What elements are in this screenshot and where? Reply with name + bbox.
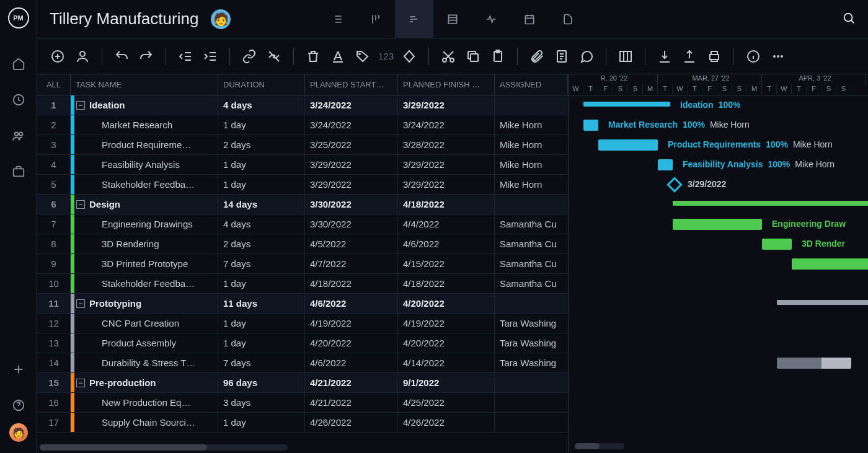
gantt-bar[interactable] (583, 102, 670, 107)
tag-button[interactable] (353, 47, 372, 66)
paste-button[interactable] (489, 47, 507, 66)
board-view-tab[interactable] (356, 0, 395, 38)
table-row[interactable]: 83D Rendering2 days4/5/20224/6/2022Saman… (37, 234, 568, 254)
table-row[interactable]: 16New Production Eq…3 days4/21/20224/25/… (37, 393, 568, 413)
grid-scrollbar[interactable] (40, 444, 288, 451)
import-button[interactable] (655, 47, 674, 66)
gantt-bar[interactable] (792, 258, 868, 270)
unlink-button[interactable] (265, 47, 283, 66)
view-tabs (318, 0, 587, 38)
app-logo[interactable]: PM (8, 7, 29, 29)
attach-button[interactable] (528, 47, 546, 66)
left-rail: PM 🧑 (0, 0, 37, 453)
comment-button[interactable] (577, 47, 596, 66)
col-assigned[interactable]: ASSIGNED (495, 74, 568, 95)
portfolio-icon[interactable] (0, 154, 37, 190)
table-row[interactable]: 12CNC Part Creation1 day4/19/20224/19/20… (37, 314, 568, 333)
home-icon[interactable] (0, 46, 37, 82)
gantt-bar[interactable] (598, 139, 658, 151)
recent-icon[interactable] (0, 82, 37, 118)
gantt-bar[interactable] (583, 120, 598, 131)
gantt-chart: R, 20 '22MAR, 27 '22APR, 3 '22 WTFSSMTWT… (569, 74, 868, 453)
svg-point-10 (359, 53, 360, 55)
svg-rect-17 (620, 51, 631, 61)
collapse-icon[interactable]: − (76, 101, 85, 110)
gantt-timeline-header: R, 20 '22MAR, 27 '22APR, 3 '22 WTFSSMTWT… (569, 74, 868, 95)
gantt-scrollbar[interactable] (575, 443, 624, 449)
number-placeholder: 123 (378, 51, 394, 61)
table-row[interactable]: 15−Pre-production96 days4/21/20229/1/202… (37, 373, 568, 393)
table-row[interactable]: 4Feasibility Analysis1 day3/29/20223/29/… (37, 155, 568, 175)
gantt-bar[interactable] (762, 239, 792, 250)
calendar-view-tab[interactable] (510, 0, 549, 38)
gantt-bar-label: Engineering Draw (772, 219, 846, 229)
table-row[interactable]: 11−Prototyping11 days4/6/20224/20/2022 (37, 294, 568, 314)
add-icon[interactable] (0, 351, 37, 387)
delete-button[interactable] (304, 47, 322, 66)
text-style-button[interactable] (329, 47, 347, 66)
info-button[interactable] (744, 47, 763, 66)
more-button[interactable] (769, 47, 787, 66)
gantt-bar[interactable] (777, 300, 868, 305)
col-finish[interactable]: PLANNED FINISH … (398, 74, 495, 95)
help-icon[interactable] (0, 387, 37, 423)
svg-rect-6 (525, 15, 533, 24)
gantt-bar[interactable] (658, 159, 673, 170)
list-view-tab[interactable] (318, 0, 356, 38)
gantt-bar[interactable] (673, 201, 868, 206)
print-button[interactable] (705, 47, 724, 66)
outdent-button[interactable] (176, 47, 195, 66)
gantt-bar-label: 3D Render (802, 239, 845, 248)
svg-rect-3 (13, 169, 24, 176)
files-view-tab[interactable] (549, 0, 587, 38)
table-row[interactable]: 3Product Requireme…2 days3/25/20223/28/2… (37, 135, 568, 155)
gantt-bar-label: Ideation100% (680, 100, 740, 110)
table-row[interactable]: 1−Ideation4 days3/24/20223/29/2022 (37, 95, 568, 115)
svg-point-21 (777, 55, 779, 58)
cut-button[interactable] (439, 47, 458, 66)
project-owner-avatar[interactable]: 🧑 (211, 9, 231, 29)
copy-button[interactable] (464, 47, 482, 66)
collapse-icon[interactable]: − (76, 299, 85, 308)
gantt-bar[interactable] (673, 219, 762, 230)
col-name[interactable]: TASK NAME (71, 74, 218, 95)
col-duration[interactable]: DURATION (218, 74, 305, 95)
table-row[interactable]: 17Supply Chain Sourci…1 day4/26/20224/26… (37, 413, 568, 433)
table-row[interactable]: 6−Design14 days3/30/20224/18/2022 (37, 195, 568, 214)
redo-button[interactable] (137, 47, 156, 66)
milestone-button[interactable] (400, 47, 418, 66)
col-start[interactable]: PLANNED START… (305, 74, 398, 95)
sheet-view-tab[interactable] (433, 0, 472, 38)
project-title: Tillery Manufacturing (50, 9, 198, 29)
gantt-bar[interactable] (777, 358, 851, 369)
dashboard-view-tab[interactable] (472, 0, 510, 38)
top-bar: Tillery Manufacturing 🧑 (37, 0, 868, 38)
search-icon[interactable] (842, 11, 856, 27)
table-row[interactable]: 13Product Assembly1 day4/20/20224/20/202… (37, 333, 568, 353)
user-avatar[interactable]: 🧑 (9, 423, 28, 442)
notes-button[interactable] (552, 47, 571, 66)
columns-button[interactable] (616, 47, 635, 66)
export-button[interactable] (680, 47, 699, 66)
gantt-view-tab[interactable] (395, 0, 433, 38)
table-row[interactable]: 10Stakeholder Feedba…1 day4/18/20224/18/… (37, 274, 568, 294)
milestone-diamond[interactable] (666, 177, 682, 192)
svg-rect-13 (471, 54, 478, 61)
undo-button[interactable] (112, 47, 131, 66)
team-icon[interactable] (0, 118, 37, 154)
col-all[interactable]: ALL (37, 74, 71, 95)
indent-button[interactable] (201, 47, 219, 66)
svg-point-20 (773, 55, 776, 58)
add-task-button[interactable] (48, 47, 67, 66)
table-row[interactable]: 2Market Research1 day3/24/20223/24/2022M… (37, 115, 568, 135)
svg-point-22 (781, 55, 783, 58)
table-row[interactable]: 5Stakeholder Feedba…1 day3/29/20223/29/2… (37, 175, 568, 195)
link-button[interactable] (240, 47, 259, 66)
table-row[interactable]: 93D Printed Prototype7 days4/7/20224/15/… (37, 254, 568, 274)
table-row[interactable]: 14Durability & Stress T…7 days4/6/20224/… (37, 353, 568, 373)
svg-point-2 (19, 133, 22, 136)
assign-button[interactable] (73, 47, 92, 66)
collapse-icon[interactable]: − (76, 379, 85, 387)
collapse-icon[interactable]: − (76, 200, 85, 209)
table-row[interactable]: 7Engineering Drawings4 days3/30/20224/4/… (37, 214, 568, 234)
